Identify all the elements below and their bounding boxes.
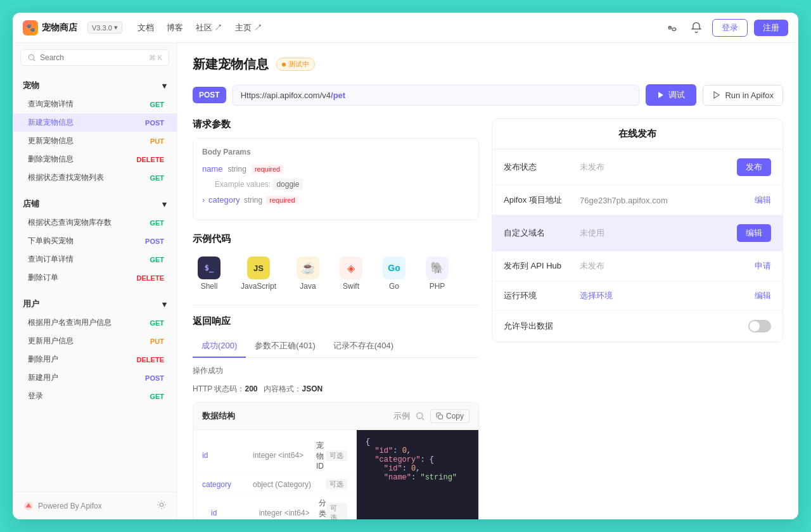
publish-button[interactable]: 发布: [737, 158, 771, 176]
nav-link-community[interactable]: 社区 ↗: [196, 22, 223, 34]
sidebar-item-get-pet[interactable]: 查询宠物详情 GET: [13, 95, 177, 113]
method-badge-post: POST: [143, 118, 167, 127]
code-section-title: 示例代码: [193, 233, 479, 245]
code-tab-js[interactable]: JS JavaScript: [236, 253, 281, 294]
sidebar-item-put-user[interactable]: 更新用户信息 PUT: [13, 332, 177, 350]
sidebar-item-put-pet[interactable]: 更新宠物信息 PUT: [13, 132, 177, 150]
sidebar-item-store-delete-order[interactable]: 删除订单 DELETE: [13, 269, 177, 287]
code-tab-swift[interactable]: ◈ Swift: [335, 253, 367, 294]
param-row-name: name string required: [202, 164, 469, 174]
main-content: 新建宠物信息 测试中 POST Https://api.apifox.com/v…: [177, 43, 798, 519]
sidebar-item-store-inventory[interactable]: 根据状态查询宠物库存数 GET: [13, 213, 177, 232]
right-col: 在线发布 发布状态 未发布 发布 Apifox 项目地址 76ge23h7pb.…: [492, 118, 783, 519]
play-icon: [657, 91, 665, 99]
nav-link-docs[interactable]: 文档: [137, 22, 154, 34]
export-toggle[interactable]: [748, 320, 771, 332]
code-tab-java[interactable]: ☕ Java: [291, 253, 324, 294]
code-tab-php[interactable]: 🐘 PHP: [421, 253, 454, 294]
java-icon: ☕: [297, 256, 319, 279]
ds-split: id integer <int64> 宠物ID 可选 category obje…: [193, 430, 478, 519]
copy-button[interactable]: Copy: [430, 409, 469, 423]
sidebar-item-list-pets[interactable]: 根据状态查找宠物列表 GET: [13, 168, 177, 187]
method-badge-get: GET: [147, 100, 167, 109]
expand-icon[interactable]: [415, 411, 425, 421]
sidebar-item-post-user[interactable]: 新建用户 POST: [13, 369, 177, 387]
edit-url-link[interactable]: 编辑: [755, 194, 771, 206]
login-button[interactable]: 登录: [712, 19, 748, 37]
external-link-icon: [712, 91, 721, 99]
param-row-category[interactable]: › category string required: [202, 195, 469, 205]
response-tab-401[interactable]: 参数不正确(401): [246, 335, 324, 358]
sidebar-item-post-pet[interactable]: 新建宠物信息 POST: [13, 113, 177, 132]
data-structure: 数据结构 示例 Copy: [193, 402, 479, 519]
api-url: Https://api.apifox.com/v4/pet: [233, 85, 640, 106]
api-bar: POST Https://api.apifox.com/v4/pet 调试 Ru…: [193, 84, 783, 106]
sidebar-item-store-get-order[interactable]: 查询订单详情 GET: [13, 250, 177, 269]
code-tabs: $_ Shell JS JavaScript ☕ Java ◈: [193, 253, 479, 294]
run-in-apifox-button[interactable]: Run in Apifox: [703, 85, 783, 106]
notification-icon[interactable]: [687, 18, 706, 37]
nav-right: 登录 注册: [661, 18, 788, 37]
sidebar-item-delete-pet[interactable]: 删除宠物信息 DELETE: [13, 150, 177, 168]
nav-links: 文档 博客 社区 ↗ 主页 ↗: [137, 22, 262, 34]
brand-name: 宠物商店: [42, 22, 77, 34]
expand-arrow-icon: ›: [202, 196, 205, 205]
code-tab-go[interactable]: Go Go: [378, 253, 411, 294]
search-input[interactable]: [40, 53, 145, 62]
edit-env-link[interactable]: 编辑: [755, 290, 771, 301]
svg-rect-8: [438, 415, 443, 419]
page-title: 新建宠物信息: [193, 56, 269, 73]
data-structure-header: 数据结构 示例 Copy: [193, 403, 478, 430]
version-badge[interactable]: V3.3.0 ▾: [87, 22, 122, 34]
example-label: 示例: [393, 410, 410, 422]
api-method-badge: POST: [193, 87, 226, 103]
sidebar-section-store: 店铺 ▾ 根据状态查询宠物库存数 GET 下单购买宠物 POST 查询订单详情 …: [13, 191, 177, 291]
apply-hub-link[interactable]: 申请: [755, 260, 771, 272]
sidebar-section-users-header[interactable]: 用户 ▾: [13, 294, 177, 314]
run-button[interactable]: 调试: [646, 84, 696, 106]
publish-panel: 在线发布 发布状态 未发布 发布 Apifox 项目地址 76ge23h7pb.…: [492, 118, 783, 343]
publish-row-env: 运行环境 选择环境 编辑: [492, 281, 782, 311]
nav-link-home[interactable]: 主页 ↗: [235, 22, 262, 34]
data-structure-actions: 示例 Copy: [393, 409, 469, 423]
left-col: 请求参数 Body Params name string required Ex…: [193, 118, 479, 519]
svg-point-2: [29, 54, 34, 60]
search-shortcut: ⌘ K: [149, 54, 162, 62]
status-dot: [282, 63, 286, 66]
sidebar-section-store-header[interactable]: 店铺 ▾: [13, 194, 177, 213]
sidebar-item-store-order[interactable]: 下单购买宠物 POST: [13, 232, 177, 250]
table-row: id integer <int64> 宠物ID 可选: [193, 436, 356, 475]
register-button[interactable]: 注册: [754, 20, 788, 36]
response-tab-404[interactable]: 记录不存在(404): [324, 335, 402, 358]
brand: 🐾 宠物商店: [23, 20, 77, 35]
sidebar-item-delete-user[interactable]: 删除用户 DELETE: [13, 350, 177, 369]
method-badge-put: PUT: [148, 137, 167, 146]
search-box[interactable]: ⌘ K: [20, 49, 169, 66]
edit-domain-button[interactable]: 编辑: [737, 224, 771, 242]
method-badge-get2: GET: [147, 174, 167, 182]
publish-row-hub: 发布到 API Hub 未发布 申请: [492, 251, 782, 281]
param-example: Example values: doggie: [215, 180, 469, 189]
nav-link-blog[interactable]: 博客: [167, 22, 183, 34]
sidebar-item-login[interactable]: 登录 GET: [13, 387, 177, 405]
sidebar: ⌘ K 宠物 ▾ 查询宠物详情 GET 新建宠物信息 POST 更新宠物信息: [13, 43, 177, 519]
status-badge: 测试中: [276, 58, 315, 71]
select-env[interactable]: 选择环境: [580, 290, 755, 301]
svg-point-1: [670, 27, 671, 27]
publish-row-status: 发布状态 未发布 发布: [492, 149, 782, 186]
response-tab-200[interactable]: 成功(200): [193, 335, 246, 358]
theme-toggle-icon[interactable]: [156, 500, 167, 512]
apifox-logo: [23, 500, 34, 512]
svg-point-7: [417, 413, 423, 419]
sidebar-section-pets-header[interactable]: 宠物 ▾: [13, 76, 177, 95]
sidebar-item-get-user[interactable]: 根据用户名查询用户信息 GET: [13, 314, 177, 332]
body-params-label: Body Params: [202, 148, 469, 156]
wechat-icon[interactable]: [661, 18, 680, 37]
response-meta: 操作成功: [193, 365, 479, 376]
sidebar-section-users: 用户 ▾ 根据用户名查询用户信息 GET 更新用户信息 PUT 删除用户 DEL…: [13, 291, 177, 409]
code-tab-shell[interactable]: $_ Shell: [193, 253, 226, 294]
svg-point-4: [160, 503, 163, 506]
svg-marker-6: [714, 92, 719, 99]
publish-row-domain: 自定义域名 未使用 编辑: [492, 215, 782, 251]
copy-icon: [436, 412, 444, 420]
